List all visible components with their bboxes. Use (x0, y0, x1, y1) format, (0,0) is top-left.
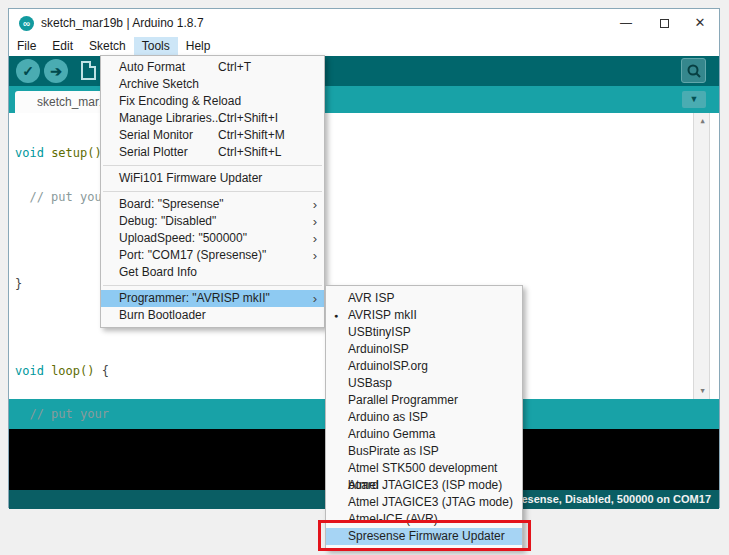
menu-item-wifi101-updater[interactable]: WiFi101 Firmware Updater (101, 170, 324, 187)
desktop-background: ∞ sketch_mar19b | Arduino 1.8.7 — ✕ File… (0, 0, 729, 555)
menu-item-archive-sketch[interactable]: Archive Sketch (101, 76, 324, 93)
submenu-item-arduino-gemma[interactable]: Arduino Gemma (326, 426, 522, 443)
code-line (15, 451, 116, 466)
serial-monitor-button[interactable] (681, 58, 706, 83)
annotation-highlight-box (318, 520, 531, 551)
code-line: void loop() { (15, 364, 116, 379)
menu-edit[interactable]: Edit (44, 37, 81, 56)
title-bar[interactable]: ∞ sketch_mar19b | Arduino 1.8.7 — ✕ (9, 9, 719, 37)
menu-item-programmer[interactable]: Programmer: "AVRISP mkII"› (101, 290, 324, 307)
menu-item-fix-encoding[interactable]: Fix Encoding & Reload (101, 93, 324, 110)
shortcut-label: Ctrl+T (218, 59, 251, 76)
arduino-app-icon: ∞ (19, 16, 34, 31)
menu-tools[interactable]: Tools (134, 37, 178, 56)
shortcut-label: Ctrl+Shift+I (218, 110, 278, 127)
menu-sketch[interactable]: Sketch (81, 37, 134, 56)
submenu-item-arduinoisp[interactable]: ArduinoISP (326, 341, 522, 358)
submenu-item-usbasp[interactable]: USBasp (326, 375, 522, 392)
maximize-button[interactable] (647, 9, 681, 37)
menu-item-board[interactable]: Board: "Spresense"› (101, 196, 324, 213)
submenu-arrow-icon: › (313, 213, 317, 230)
editor-scrollbar[interactable]: ▲ ▼ (693, 113, 710, 399)
chevron-down-icon: ▼ (690, 94, 699, 104)
menu-bar: File Edit Sketch Tools Help (9, 37, 719, 56)
check-icon: ✓ (22, 63, 34, 79)
tools-menu-popup: Auto FormatCtrl+T Archive Sketch Fix Enc… (100, 55, 325, 328)
submenu-arrow-icon: › (313, 290, 317, 307)
submenu-item-arduinoisp-org[interactable]: ArduinoISP.org (326, 358, 522, 375)
scroll-down-icon[interactable]: ▼ (694, 383, 711, 399)
submenu-item-avr-isp[interactable]: AVR ISP (326, 290, 522, 307)
menu-item-auto-format[interactable]: Auto FormatCtrl+T (101, 59, 324, 76)
menu-item-debug[interactable]: Debug: "Disabled"› (101, 213, 324, 230)
menu-separator (103, 191, 322, 192)
submenu-item-usbtinyisp[interactable]: USBtinyISP (326, 324, 522, 341)
shortcut-label: Ctrl+Shift+L (218, 144, 281, 161)
minimize-button[interactable]: — (609, 9, 643, 37)
menu-item-serial-monitor[interactable]: Serial MonitorCtrl+Shift+M (101, 127, 324, 144)
submenu-item-arduino-as-isp[interactable]: Arduino as ISP (326, 409, 522, 426)
maximize-icon (660, 19, 669, 28)
menu-item-burn-bootloader[interactable]: Burn Bootloader (101, 307, 324, 324)
minimize-icon: — (620, 16, 632, 30)
new-sketch-button[interactable] (81, 61, 96, 80)
submenu-item-atmel-stk500[interactable]: Atmel STK500 development board (326, 460, 522, 477)
verify-button[interactable]: ✓ (16, 59, 40, 83)
submenu-item-buspirate-as-isp[interactable]: BusPirate as ISP (326, 443, 522, 460)
submenu-arrow-icon: › (313, 247, 317, 264)
selected-bullet-icon: ● (334, 307, 338, 324)
submenu-arrow-icon: › (313, 196, 317, 213)
menu-item-serial-plotter[interactable]: Serial PlotterCtrl+Shift+L (101, 144, 324, 161)
submenu-arrow-icon: › (313, 230, 317, 247)
close-icon: ✕ (695, 15, 706, 30)
menu-separator (103, 285, 322, 286)
menu-item-uploadspeed[interactable]: UploadSpeed: "500000"› (101, 230, 324, 247)
arrow-right-icon: ➔ (50, 63, 62, 79)
menu-item-port[interactable]: Port: "COM17 (Spresense)"› (101, 247, 324, 264)
code-line: // put your (15, 407, 116, 422)
scroll-up-icon[interactable]: ▲ (694, 113, 711, 129)
board-status-text: Spresense, Disabled, 500000 on COM17 (503, 490, 711, 509)
magnifier-icon (686, 63, 703, 80)
tab-dropdown-button[interactable]: ▼ (682, 91, 706, 108)
close-button[interactable]: ✕ (683, 9, 717, 37)
submenu-item-atmel-jtagice3-jtag[interactable]: Atmel JTAGICE3 (JTAG mode) (326, 494, 522, 511)
submenu-item-avrisp-mkii[interactable]: ●AVRISP mkII (326, 307, 522, 324)
programmer-submenu-popup: AVR ISP ●AVRISP mkII USBtinyISP ArduinoI… (325, 285, 523, 550)
menu-help[interactable]: Help (178, 37, 219, 56)
upload-button[interactable]: ➔ (44, 59, 68, 83)
menu-item-manage-libraries[interactable]: Manage Libraries...Ctrl+Shift+I (101, 110, 324, 127)
menu-separator (103, 165, 322, 166)
submenu-item-parallel-programmer[interactable]: Parallel Programmer (326, 392, 522, 409)
menu-item-get-board-info[interactable]: Get Board Info (101, 264, 324, 281)
shortcut-label: Ctrl+Shift+M (218, 127, 285, 144)
window-title: sketch_mar19b | Arduino 1.8.7 (41, 16, 204, 30)
submenu-item-atmel-jtagice3-isp[interactable]: Atmel JTAGICE3 (ISP mode) (326, 477, 522, 494)
menu-file[interactable]: File (9, 37, 44, 56)
